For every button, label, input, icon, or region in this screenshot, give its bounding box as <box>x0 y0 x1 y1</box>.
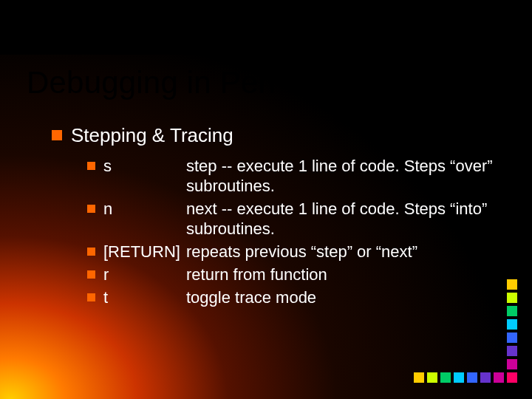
square-icon <box>454 372 464 383</box>
list-item: t toggle trace mode <box>87 287 502 307</box>
section-heading: Stepping & Tracing <box>71 124 233 147</box>
square-icon <box>494 372 504 383</box>
square-bullet-icon <box>87 205 95 213</box>
slide-title: Debugging in Perl <box>27 65 505 100</box>
command-key: r <box>103 265 186 284</box>
square-icon <box>480 372 491 383</box>
top-bar <box>0 0 532 55</box>
square-icon <box>507 332 517 343</box>
square-bullet-icon <box>87 248 95 256</box>
square-icon <box>507 372 517 383</box>
command-key: t <box>103 287 186 307</box>
command-desc: next -- execute 1 line of code. Steps “i… <box>186 199 502 239</box>
command-desc: toggle trace mode <box>186 287 502 307</box>
command-key: n <box>103 199 186 219</box>
command-key: [RETURN] <box>103 242 186 262</box>
slide: Debugging in Perl Stepping & Tracing s s… <box>0 0 532 399</box>
slide-body: Stepping & Tracing s step -- execute 1 l… <box>52 124 502 310</box>
list-item: s step -- execute 1 line of code. Steps … <box>87 156 502 196</box>
square-bullet-icon <box>52 130 62 140</box>
command-list: s step -- execute 1 line of code. Steps … <box>87 156 502 307</box>
section-row: Stepping & Tracing <box>52 124 502 147</box>
list-item: n next -- execute 1 line of code. Steps … <box>87 199 502 239</box>
square-icon <box>414 372 424 383</box>
command-desc: repeats previous “step” or “next” <box>186 242 502 262</box>
command-key: s <box>103 156 186 176</box>
square-icon <box>467 372 477 383</box>
square-icon <box>507 293 517 303</box>
square-icon <box>507 319 517 330</box>
square-icon <box>507 359 517 369</box>
square-bullet-icon <box>87 293 95 301</box>
square-icon <box>507 306 517 316</box>
list-item: [RETURN] repeats previous “step” or “nex… <box>87 242 502 262</box>
square-icon <box>507 279 517 290</box>
square-bullet-icon <box>87 270 95 279</box>
square-icon <box>427 372 437 383</box>
square-icon <box>507 346 517 356</box>
command-desc: step -- execute 1 line of code. Steps “o… <box>186 156 502 196</box>
decoration-horizontal <box>414 372 504 383</box>
decoration-vertical <box>507 279 517 383</box>
list-item: r return from function <box>87 265 502 284</box>
square-icon <box>440 372 451 383</box>
command-desc: return from function <box>186 265 502 284</box>
square-bullet-icon <box>87 162 95 170</box>
